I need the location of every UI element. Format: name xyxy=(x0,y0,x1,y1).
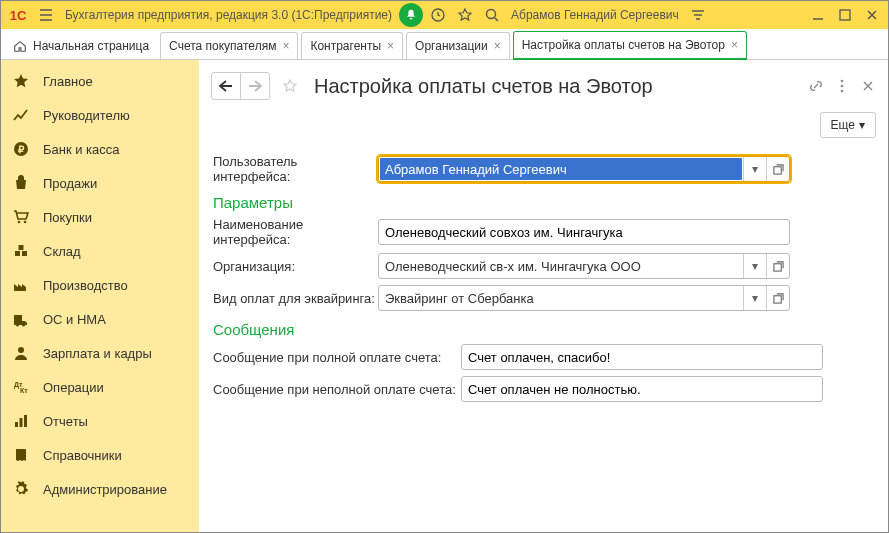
sidebar: Главное Руководителю ₽Банк и касса Прода… xyxy=(1,60,199,532)
svg-point-1 xyxy=(487,10,496,19)
open-icon[interactable] xyxy=(766,254,789,278)
link-icon[interactable] xyxy=(808,78,824,94)
msg-full-label: Сообщение при полной оплате счета: xyxy=(213,350,461,365)
svg-point-17 xyxy=(841,85,844,88)
tab-label: Организации xyxy=(415,39,488,53)
home-icon xyxy=(13,39,27,53)
chart-bar-icon xyxy=(13,413,29,429)
favorite-page-icon[interactable] xyxy=(278,74,302,98)
sidebar-item-warehouse[interactable]: Склад xyxy=(1,234,199,268)
tab-label: Настройка оплаты счетов на Эвотор xyxy=(522,38,725,52)
forward-button xyxy=(240,73,269,99)
sidebar-item-label: Отчеты xyxy=(43,414,88,429)
svg-rect-9 xyxy=(19,245,24,250)
sidebar-item-label: Руководителю xyxy=(43,108,130,123)
open-icon[interactable] xyxy=(766,157,789,181)
cart-icon xyxy=(13,209,29,225)
sidebar-item-sales[interactable]: Продажи xyxy=(1,166,199,200)
dropdown-icon[interactable]: ▾ xyxy=(743,254,766,278)
sidebar-item-label: Производство xyxy=(43,278,128,293)
svg-point-16 xyxy=(841,80,844,83)
svg-text:Кт: Кт xyxy=(20,387,28,394)
svg-rect-20 xyxy=(773,263,780,270)
close-icon[interactable]: × xyxy=(731,38,738,52)
sidebar-item-main[interactable]: Главное xyxy=(1,64,199,98)
settings-icon[interactable] xyxy=(686,3,710,27)
truck-icon xyxy=(13,311,29,327)
close-button[interactable] xyxy=(860,3,884,27)
msg-full-field[interactable] xyxy=(461,344,823,370)
close-icon[interactable]: × xyxy=(494,39,501,53)
notifications-icon[interactable] xyxy=(399,3,423,27)
current-user[interactable]: Абрамов Геннадий Сергеевич xyxy=(507,8,683,22)
acq-field[interactable]: Эквайринг от Сбербанка ▾ xyxy=(378,285,790,311)
org-value: Оленеводческий св-х им. Чингачгука ООО xyxy=(379,254,743,278)
iface-name-label: Наименование интерфейса: xyxy=(213,217,378,247)
user-field[interactable]: Абрамов Геннадий Сергеевич ▾ xyxy=(378,156,790,182)
sidebar-item-payroll[interactable]: Зарплата и кадры xyxy=(1,336,199,370)
tab-invoices[interactable]: Счета покупателям × xyxy=(160,32,298,59)
maximize-button[interactable] xyxy=(833,3,857,27)
org-label: Организация: xyxy=(213,259,378,274)
page-title: Настройка оплаты счетов на Эвотор xyxy=(314,75,653,98)
sidebar-item-operations[interactable]: ДтКтОперации xyxy=(1,370,199,404)
person-icon xyxy=(13,345,29,361)
menu-icon[interactable] xyxy=(34,3,58,27)
favorite-icon[interactable] xyxy=(453,3,477,27)
tab-home[interactable]: Начальная страница xyxy=(5,33,157,59)
open-icon[interactable] xyxy=(766,286,789,310)
msg-full-input[interactable] xyxy=(462,345,822,369)
sidebar-item-assets[interactable]: ОС и НМА xyxy=(1,302,199,336)
close-icon[interactable]: × xyxy=(282,39,289,53)
sidebar-item-catalogs[interactable]: Справочники xyxy=(1,438,199,472)
sidebar-item-label: Операции xyxy=(43,380,104,395)
kebab-icon[interactable] xyxy=(834,78,850,94)
more-button[interactable]: Еще ▾ xyxy=(820,112,876,138)
sidebar-item-bank[interactable]: ₽Банк и касса xyxy=(1,132,199,166)
dropdown-icon[interactable]: ▾ xyxy=(743,286,766,310)
history-icon[interactable] xyxy=(426,3,450,27)
svg-text:₽: ₽ xyxy=(18,144,25,155)
search-icon[interactable] xyxy=(480,3,504,27)
msg-part-input[interactable] xyxy=(462,377,822,401)
svg-rect-7 xyxy=(15,251,20,256)
sidebar-item-admin[interactable]: Администрирование xyxy=(1,472,199,506)
close-icon[interactable]: × xyxy=(387,39,394,53)
app-title: Бухгалтерия предприятия, редакция 3.0 (1… xyxy=(61,8,396,22)
more-label: Еще xyxy=(831,118,855,132)
minimize-button[interactable] xyxy=(806,3,830,27)
tab-label: Счета покупателям xyxy=(169,39,276,53)
sidebar-item-label: Главное xyxy=(43,74,93,89)
sidebar-item-purchases[interactable]: Покупки xyxy=(1,200,199,234)
user-label: Пользователь интерфейса: xyxy=(213,154,378,184)
nav-buttons xyxy=(211,72,270,100)
org-field[interactable]: Оленеводческий св-х им. Чингачгука ООО ▾ xyxy=(378,253,790,279)
dropdown-icon[interactable]: ▾ xyxy=(743,157,766,181)
sidebar-item-label: Продажи xyxy=(43,176,97,191)
tab-counterparties[interactable]: Контрагенты × xyxy=(301,32,403,59)
tab-evotor-settings[interactable]: Настройка оплаты счетов на Эвотор × xyxy=(513,31,747,60)
close-page-icon[interactable] xyxy=(860,78,876,94)
iface-name-field[interactable] xyxy=(378,219,790,245)
back-button[interactable] xyxy=(212,73,240,99)
svg-point-10 xyxy=(18,347,24,353)
sidebar-item-manager[interactable]: Руководителю xyxy=(1,98,199,132)
svg-rect-15 xyxy=(24,415,27,427)
sidebar-item-production[interactable]: Производство xyxy=(1,268,199,302)
sidebar-item-label: Покупки xyxy=(43,210,92,225)
svg-rect-13 xyxy=(15,422,18,427)
sidebar-item-reports[interactable]: Отчеты xyxy=(1,404,199,438)
iface-name-input[interactable] xyxy=(379,220,789,244)
user-value: Абрамов Геннадий Сергеевич xyxy=(380,158,742,180)
svg-rect-2 xyxy=(840,10,850,20)
tab-organizations[interactable]: Организации × xyxy=(406,32,510,59)
titlebar: 1C Бухгалтерия предприятия, редакция 3.0… xyxy=(1,1,888,29)
svg-point-18 xyxy=(841,90,844,93)
factory-icon xyxy=(13,277,29,293)
svg-rect-21 xyxy=(773,295,780,302)
body: Главное Руководителю ₽Банк и касса Прода… xyxy=(1,60,888,532)
page-toolbar: Настройка оплаты счетов на Эвотор xyxy=(199,60,888,112)
msg-part-field[interactable] xyxy=(461,376,823,402)
journal-icon: ДтКт xyxy=(13,379,29,395)
tab-label: Контрагенты xyxy=(310,39,381,53)
